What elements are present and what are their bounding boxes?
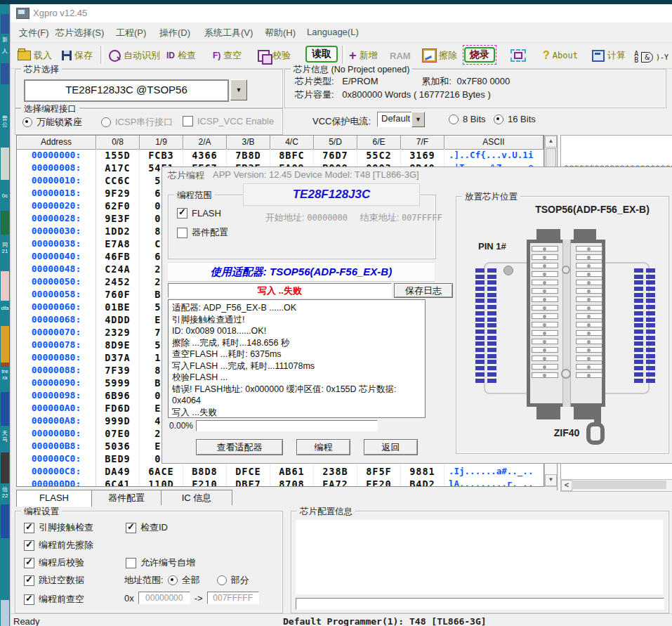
hex-cell[interactable]: 110D (140, 478, 183, 487)
hex-cell[interactable]: DBF7 (227, 478, 270, 487)
addr-to-input[interactable]: 007FFFFF (207, 592, 259, 604)
log-box[interactable]: 适配器: ADP_F56_EX-B ......OK引脚接触检查通过!ID: 0… (168, 299, 426, 418)
word-icon[interactable] (1, 63, 9, 84)
hex-cell[interactable]: 01BE (96, 301, 140, 313)
radio-16bits[interactable]: 16 Bits (494, 114, 536, 124)
tab-ic-info[interactable]: IC 信息 (161, 490, 232, 505)
menu-item[interactable]: 帮助(H) (262, 27, 298, 39)
hex-cell[interactable]: 7F39 (96, 364, 140, 377)
read-button[interactable]: 读取 (305, 46, 338, 63)
tab-flash[interactable]: FLASH (16, 490, 92, 507)
hex-cell[interactable]: A17C (96, 162, 140, 174)
hex-cell[interactable]: BED9 (96, 452, 140, 465)
scrollbar-thumb[interactable] (572, 481, 666, 489)
dark-thumbnail[interactable] (1, 452, 9, 483)
vcc-dropdown-button[interactable]: ▼ (411, 112, 425, 127)
hex-cell[interactable]: DA49 (96, 465, 140, 478)
hex-cell[interactable]: 9881 (401, 465, 444, 478)
photo-thumbnail[interactable] (1, 148, 9, 180)
icsp-vcc-checkbox[interactable]: ICSP_VCC Enable (183, 116, 274, 126)
chip-select-combo[interactable]: TE28F128J3C @TSOP56 (24, 79, 229, 102)
hex-cell[interactable]: 3169 (401, 149, 444, 162)
word-icon[interactable] (1, 14, 9, 34)
hex-cell[interactable]: 999D (96, 415, 140, 427)
auto-detect-button[interactable]: 自动识别 (109, 47, 160, 64)
erase-button[interactable]: 擦除 (423, 47, 457, 64)
blank-check-button[interactable]: F)查空 (213, 47, 242, 64)
ram-button[interactable]: RAM (390, 47, 411, 64)
hex-column-header[interactable]: ASCII (444, 136, 543, 150)
view-adapter-button[interactable]: 查看适配器 (196, 439, 283, 455)
hex-cell[interactable]: 07E0 (96, 427, 140, 440)
radio-all[interactable]: 全部 (168, 574, 200, 587)
scroll-left-button[interactable]: < (561, 480, 572, 491)
skip-blank-checkbox[interactable]: 跳过空数据 (24, 574, 84, 587)
hex-column-header[interactable]: Address (17, 136, 96, 150)
add-button[interactable]: +新增 (349, 47, 378, 64)
hex-cell[interactable]: F210 (183, 478, 227, 487)
image-thumbnail[interactable] (1, 271, 9, 301)
menu-item[interactable]: 系统工具(V) (202, 27, 256, 39)
hex-column-header[interactable]: 3/B (227, 136, 270, 150)
save-log-button[interactable]: 保存日志 (394, 283, 453, 298)
save-button[interactable]: 保存 (62, 47, 93, 64)
menu-item[interactable]: Language(L) (304, 27, 362, 37)
chip-button[interactable] (510, 47, 526, 64)
radio-icsp[interactable]: ICSP串行接口 (101, 116, 173, 129)
hex-cell[interactable]: 7B8D (227, 149, 270, 162)
verify-button[interactable]: 校验 (258, 47, 291, 64)
hex-column-header[interactable]: 5/D (314, 136, 357, 150)
radio-partial[interactable]: 部分 (217, 574, 249, 587)
hex-column-header[interactable]: 2/A (183, 136, 227, 150)
hex-column-header[interactable]: 1/9 (140, 136, 183, 150)
horizontal-scrollbar[interactable]: < (560, 479, 672, 492)
hex-cell[interactable]: AB61 (270, 465, 314, 478)
scroll-down-button[interactable]: ▼ (545, 474, 557, 486)
hex-cell[interactable]: 4366 (183, 149, 227, 162)
device-config-checkbox[interactable]: 器件配置 (177, 226, 228, 239)
burn-button[interactable]: 烧录 (463, 45, 496, 65)
hex-cell[interactable]: 9E3F (96, 212, 140, 225)
hex-cell[interactable]: 62F0 (96, 200, 140, 212)
scroll-up-button[interactable]: ▲ (545, 136, 557, 148)
menu-item[interactable]: 操作(D) (157, 27, 193, 39)
load-button[interactable]: 载入 (18, 47, 52, 64)
hex-cell[interactable]: 8708 (270, 478, 314, 487)
hex-cell[interactable]: 76D7 (314, 149, 357, 162)
hex-column-header[interactable]: 7/F (401, 136, 444, 150)
hex-cell[interactable]: C24A (96, 263, 140, 275)
hex-cell[interactable]: FD6D (96, 402, 140, 415)
blank-before-checkbox[interactable]: 编程前查空 (24, 593, 84, 606)
verify-after-checkbox[interactable]: 编程后校验 (24, 556, 84, 569)
hex-column-header[interactable]: 4/C (270, 136, 314, 150)
hex-cell[interactable]: 5036 (96, 440, 140, 452)
hex-cell[interactable]: 6B96 (96, 389, 140, 402)
auto-increment-checkbox[interactable]: 允许编号自增 (126, 556, 195, 569)
hex-cell[interactable]: 8D9E (96, 339, 140, 351)
hex-column-header[interactable]: 0/8 (96, 136, 140, 150)
hex-cell[interactable]: 6ACE (140, 465, 183, 478)
menu-item[interactable]: 芯片选择(S) (53, 27, 107, 39)
check-id-button[interactable]: ID检查 (166, 47, 196, 64)
hex-cell[interactable]: 46FB (96, 250, 140, 263)
hex-cell[interactable]: 6C41 (96, 478, 140, 487)
hex-cell[interactable]: FCB3 (140, 149, 183, 162)
erase-before-checkbox[interactable]: 编程前先擦除 (24, 539, 93, 552)
hex-cell[interactable]: E7A8 (96, 237, 140, 250)
check-id-checkbox[interactable]: 检查ID (126, 521, 168, 534)
hex-cell[interactable]: 1DD2 (96, 225, 140, 237)
hex-cell[interactable]: 9F29 (96, 187, 140, 200)
back-button[interactable]: 返回 (364, 439, 418, 455)
hex-cell[interactable]: 8BFC (270, 149, 314, 162)
app-swoosh-icon[interactable] (1, 504, 9, 538)
hex-cell[interactable]: 5999 (96, 377, 140, 389)
hex-cell[interactable]: EE20 (357, 478, 401, 487)
hex-cell[interactable]: B4D2 (401, 478, 444, 487)
winrar-icon[interactable] (1, 326, 9, 367)
program-button[interactable]: 编程 (296, 439, 350, 455)
hex-cell[interactable]: 2329 (96, 326, 140, 339)
hex-cell[interactable]: EA72 (314, 478, 357, 487)
vcc-combo[interactable]: Default (377, 112, 416, 127)
hex-column-header[interactable]: 6/E (357, 136, 401, 150)
hex-cell[interactable]: 238B (314, 465, 357, 478)
